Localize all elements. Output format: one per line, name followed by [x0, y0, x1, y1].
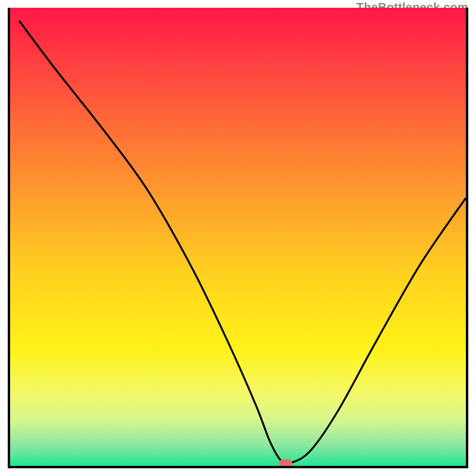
chart-curve	[8, 8, 468, 468]
axis-bottom	[8, 466, 468, 468]
chart-marker-point	[279, 459, 292, 466]
chart-frame: TheBottleneck.com	[8, 8, 468, 468]
axis-right	[466, 8, 468, 468]
axis-left	[8, 8, 10, 468]
